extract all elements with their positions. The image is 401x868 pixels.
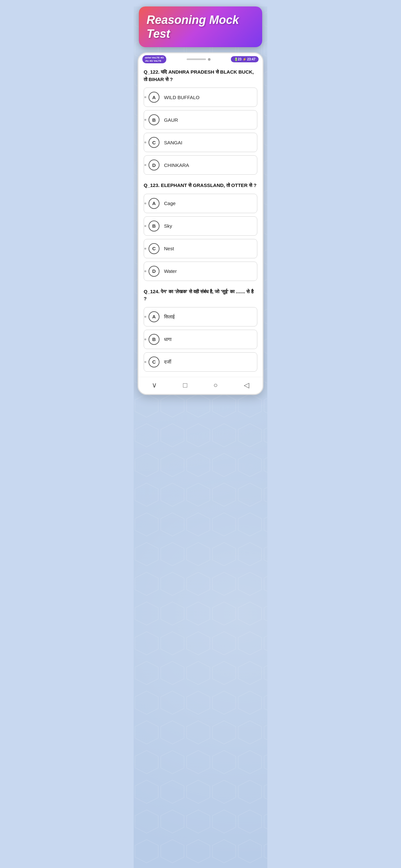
- option-letter: A: [149, 198, 159, 209]
- option-letter: B: [149, 114, 159, 125]
- status-bar: airtel VoLTE 4G Jio 4G VoLTE 🔋23 ⚡ 23:47: [138, 53, 263, 65]
- option-wrapper-124-c: C दर्जी: [144, 352, 257, 372]
- option-letter: C: [149, 356, 159, 368]
- side-dot: [144, 203, 146, 205]
- dot-indicator: [208, 58, 211, 61]
- side-dot: [144, 248, 146, 250]
- option-letter: B: [149, 221, 159, 231]
- option-text: Sky: [164, 223, 172, 228]
- status-center: [187, 58, 211, 61]
- option-122-b[interactable]: B GAUR: [144, 110, 257, 129]
- option-text: GAUR: [164, 117, 178, 123]
- option-123-b[interactable]: B Sky: [144, 216, 257, 236]
- nav-circle-button[interactable]: ○: [213, 381, 218, 390]
- option-text: Water: [164, 268, 177, 274]
- quiz-content: Q_122. यदि ANDHRA PRADESH से BLACK BUCK,…: [138, 65, 263, 377]
- option-wrapper-124-a: A सिलाई: [144, 307, 257, 327]
- nav-back-button[interactable]: ∨: [152, 381, 157, 390]
- side-dot: [144, 316, 146, 318]
- option-wrapper-124-b: B धागा: [144, 330, 257, 349]
- option-text: Nest: [164, 246, 174, 251]
- option-wrapper-123-a: A Cage: [144, 194, 257, 213]
- side-dot: [144, 164, 146, 166]
- carrier-jio: Jio 4G VoLTE: [145, 59, 164, 62]
- nav-square-button[interactable]: □: [183, 381, 187, 390]
- option-124-c[interactable]: C दर्जी: [144, 352, 257, 372]
- option-text: CHINKARA: [164, 162, 189, 168]
- banner: Reasoning Mock Test: [139, 6, 262, 47]
- side-dot: [144, 142, 146, 144]
- status-left: airtel VoLTE 4G Jio 4G VoLTE: [143, 55, 166, 63]
- option-letter: A: [149, 92, 159, 103]
- option-123-d[interactable]: D Water: [144, 261, 257, 281]
- option-122-a[interactable]: A WILD BUFFALO: [144, 88, 257, 107]
- options-list-122: A WILD BUFFALO B GAUR C SANGAI: [144, 88, 257, 175]
- question-123: Q_123. ELEPHANT से GRASSLAND, तो OTTER स…: [144, 182, 257, 189]
- status-right: 🔋23 ⚡ 23:47: [231, 56, 258, 62]
- option-123-a[interactable]: A Cage: [144, 194, 257, 213]
- option-wrapper-123-b: B Sky: [144, 216, 257, 236]
- option-text: सिलाई: [164, 314, 175, 320]
- outer-wrapper: Reasoning Mock Test airtel VoLTE 4G Jio …: [134, 6, 267, 868]
- phone-frame: airtel VoLTE 4G Jio 4G VoLTE 🔋23 ⚡ 23:47…: [137, 52, 264, 395]
- side-dot: [144, 119, 146, 121]
- side-dot: [144, 270, 146, 272]
- options-list-123: A Cage B Sky C Nest: [144, 194, 257, 281]
- carrier-airtel: airtel VoLTE 4G: [145, 56, 164, 59]
- option-wrapper-122-c: C SANGAI: [144, 133, 257, 152]
- banner-title: Reasoning Mock Test: [147, 13, 254, 41]
- nav-bar: ∨ □ ○ ◁: [138, 377, 263, 394]
- side-dot: [144, 96, 146, 98]
- option-letter: D: [149, 159, 159, 170]
- side-dot: [144, 225, 146, 227]
- option-wrapper-122-b: B GAUR: [144, 110, 257, 129]
- option-wrapper-123-c: C Nest: [144, 239, 257, 258]
- nav-triangle-button[interactable]: ◁: [244, 381, 249, 390]
- option-wrapper-122-a: A WILD BUFFALO: [144, 88, 257, 107]
- side-dot: [144, 361, 146, 363]
- option-letter: C: [149, 137, 159, 148]
- option-letter: B: [149, 334, 159, 345]
- option-122-d[interactable]: D CHINKARA: [144, 155, 257, 175]
- option-122-c[interactable]: C SANGAI: [144, 133, 257, 152]
- side-dot: [144, 338, 146, 340]
- option-123-c[interactable]: C Nest: [144, 239, 257, 258]
- question-122: Q_122. यदि ANDHRA PRADESH से BLACK BUCK,…: [144, 68, 257, 83]
- option-letter: D: [149, 266, 159, 277]
- option-letter: C: [149, 243, 159, 254]
- option-text: दर्जी: [164, 359, 171, 365]
- option-124-a[interactable]: A सिलाई: [144, 307, 257, 327]
- options-list-124: A सिलाई B धागा C दर्जी: [144, 307, 257, 372]
- option-text: WILD BUFFALO: [164, 95, 199, 100]
- pill-bar: [187, 58, 206, 60]
- option-text: Cage: [164, 200, 176, 206]
- question-124: Q_124. पेन' का 'लेखक' से वही संबंध है, ज…: [144, 288, 257, 303]
- option-124-b[interactable]: B धागा: [144, 330, 257, 349]
- option-wrapper-123-d: D Water: [144, 261, 257, 281]
- option-text: SANGAI: [164, 140, 182, 145]
- option-wrapper-122-d: D CHINKARA: [144, 155, 257, 175]
- option-letter: A: [149, 311, 159, 322]
- option-text: धागा: [164, 337, 172, 342]
